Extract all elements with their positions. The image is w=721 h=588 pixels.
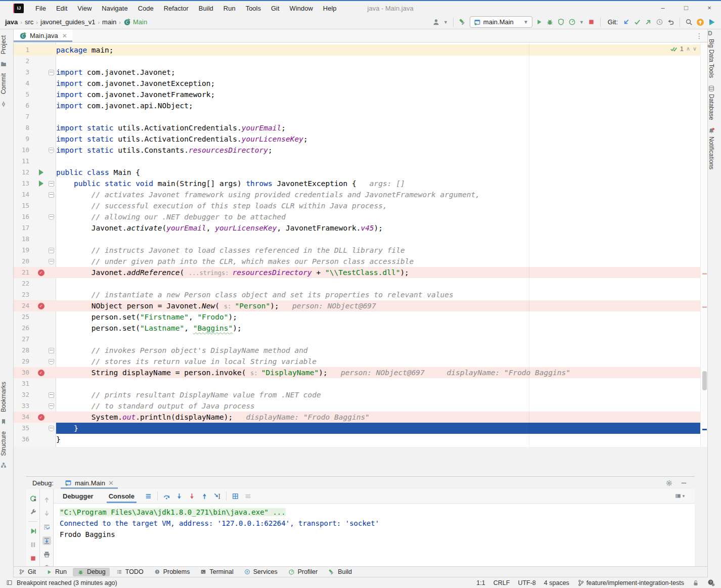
code-text[interactable]: import com.javonet.JavonetException; — [56, 78, 708, 89]
tool-window-button-run[interactable]: Run — [42, 568, 71, 576]
notifications-icon[interactable] — [708, 127, 721, 134]
tool-window-button-debug[interactable]: Debug — [73, 568, 110, 576]
code-text[interactable]: // activates Javonet framework using pro… — [56, 189, 708, 200]
breakpoint-icon[interactable]: ✓ — [38, 269, 44, 276]
console-options-icon[interactable] — [145, 492, 152, 500]
prev-occurrence-icon[interactable] — [42, 495, 51, 504]
code-text[interactable]: // stores its return value in local Stri… — [56, 356, 708, 367]
tool-window-button-problems[interactable]: Problems — [150, 568, 194, 576]
build-project-icon[interactable] — [459, 18, 466, 26]
fold-marker[interactable] — [49, 259, 54, 264]
minimize-button[interactable]: – — [651, 1, 674, 15]
menu-help[interactable]: Help — [319, 3, 341, 14]
menu-git[interactable]: Git — [266, 3, 284, 14]
code-text[interactable] — [56, 156, 708, 167]
code-text[interactable]: // instructs Javonet to load classes ref… — [56, 245, 708, 256]
search-everywhere-icon[interactable] — [685, 18, 693, 26]
tool-window-button-services[interactable]: Services — [240, 568, 282, 576]
rerun-debug-icon[interactable] — [29, 494, 37, 503]
code-text[interactable]: // successful execution of this step loa… — [56, 200, 708, 211]
code-text[interactable]: // under given path into the CLR, which … — [56, 256, 708, 267]
structure-icon[interactable] — [0, 462, 13, 469]
caret-position[interactable]: 1:1 — [476, 579, 485, 586]
scrollbar-thumb[interactable] — [702, 371, 707, 390]
fold-marker[interactable] — [49, 248, 54, 253]
breadcrumb-item-src[interactable]: src — [25, 18, 33, 26]
code-text[interactable]: public class Main { — [56, 167, 708, 178]
code-text[interactable]: import com.javonet.JavonetFramework; — [56, 89, 708, 100]
big-data-tools-icon[interactable]: D — [708, 29, 712, 37]
code-text[interactable]: import static utils.Constants.resourcesD… — [56, 145, 708, 156]
code-text[interactable]: import static utils.ActivationCredential… — [56, 133, 708, 145]
code-text[interactable]: // allowing our .NET debugger to be atta… — [56, 211, 708, 222]
scroll-to-end-icon[interactable] — [42, 536, 51, 545]
menu-build[interactable]: Build — [194, 3, 218, 14]
code-text[interactable]: String displayName = person.invoke( s: "… — [56, 367, 708, 378]
menu-view[interactable]: View — [73, 3, 96, 14]
code-text[interactable]: import com.javonet.api.NObject; — [56, 100, 708, 111]
debug-tab-debugger[interactable]: Debugger — [58, 489, 99, 503]
soft-wrap-icon[interactable] — [42, 523, 51, 531]
ide-update-icon[interactable] — [696, 18, 704, 26]
breadcrumb-item-java[interactable]: java — [5, 18, 18, 26]
code-text[interactable] — [56, 278, 708, 289]
fold-marker[interactable] — [49, 348, 54, 353]
code-editor[interactable]: 1package main;23import com.javonet.Javon… — [13, 42, 708, 447]
tab-close-icon[interactable]: ✕ — [62, 32, 67, 39]
debug-button[interactable] — [546, 18, 554, 26]
menu-tools[interactable]: Tools — [241, 3, 265, 14]
pause-program-icon[interactable] — [29, 540, 37, 549]
run-with-coverage-icon[interactable] — [557, 18, 565, 26]
fold-marker[interactable] — [49, 70, 54, 75]
code-text[interactable] — [56, 334, 708, 345]
run-gutter-icon[interactable] — [39, 180, 43, 187]
code-text[interactable]: person.set("Firstname", "Frodo"); — [56, 311, 708, 323]
tool-window-button-git[interactable]: Git — [14, 568, 40, 576]
tool-stripe-notifications[interactable]: Notifications — [708, 137, 715, 169]
tool-window-button-todo[interactable]: TODO — [112, 568, 148, 576]
tool-window-button-profiler[interactable]: Profiler — [284, 568, 322, 576]
lock-icon[interactable] — [692, 579, 699, 586]
bookmarks-icon[interactable] — [0, 418, 13, 425]
run-configuration-select[interactable]: main.Main▼ — [470, 16, 532, 28]
editor-scrollbar[interactable] — [700, 42, 708, 447]
fold-marker[interactable] — [49, 426, 54, 431]
code-with-me-icon[interactable] — [708, 18, 716, 26]
breakpoint-icon[interactable]: ✓ — [38, 414, 44, 421]
menu-run[interactable]: Run — [219, 3, 240, 14]
run-gutter-icon[interactable] — [39, 169, 43, 175]
code-text[interactable]: } — [56, 434, 708, 445]
code-text[interactable]: } — [56, 423, 708, 434]
git-rollback-icon[interactable] — [667, 18, 674, 26]
fold-marker[interactable] — [49, 181, 54, 187]
force-step-into-icon[interactable] — [188, 492, 196, 500]
tool-stripe-project[interactable]: Project — [0, 35, 7, 54]
debug-settings-icon[interactable] — [29, 508, 37, 516]
database-icon[interactable] — [708, 85, 721, 92]
layout-settings-icon[interactable]: ▼ — [674, 492, 691, 500]
next-problem-icon[interactable]: ∨ — [693, 46, 697, 52]
code-text[interactable]: // to standard output of Java process — [56, 400, 708, 412]
code-text[interactable]: // instantiate a new Person class object… — [56, 289, 708, 300]
tool-stripe-big-data-tools[interactable]: Big Data Tools — [708, 39, 715, 78]
code-text[interactable] — [56, 56, 708, 67]
file-encoding[interactable]: UTF-8 — [518, 579, 535, 586]
tool-window-button-build[interactable]: Build — [324, 568, 356, 576]
maximize-button[interactable]: □ — [674, 1, 698, 15]
code-text[interactable]: Javonet.addReference( ...strings: resour… — [56, 267, 708, 278]
step-into-icon[interactable] — [175, 492, 183, 500]
tool-stripe-structure[interactable]: Structure — [0, 431, 7, 456]
tab-options-icon[interactable]: ⋮ — [691, 32, 708, 40]
breadcrumb-item-javonet_guides_v1[interactable]: javonet_guides_v1 — [40, 18, 95, 26]
fold-marker[interactable] — [49, 214, 54, 220]
tool-stripe-commit[interactable]: Commit — [0, 73, 7, 94]
inspections-profile-icon[interactable]: ? — [707, 579, 715, 586]
fold-marker[interactable] — [49, 359, 54, 365]
code-text[interactable]: package main; — [56, 44, 708, 56]
indent-setting[interactable]: 4 spaces — [544, 579, 569, 586]
debug-minimize-icon[interactable] — [680, 479, 688, 487]
menu-code[interactable]: Code — [133, 3, 158, 14]
tool-stripe-bookmarks[interactable]: Bookmarks — [0, 382, 7, 412]
code-text[interactable]: person.set("Lastname", "Baggins"); — [56, 323, 708, 334]
menu-navigate[interactable]: Navigate — [97, 3, 132, 14]
